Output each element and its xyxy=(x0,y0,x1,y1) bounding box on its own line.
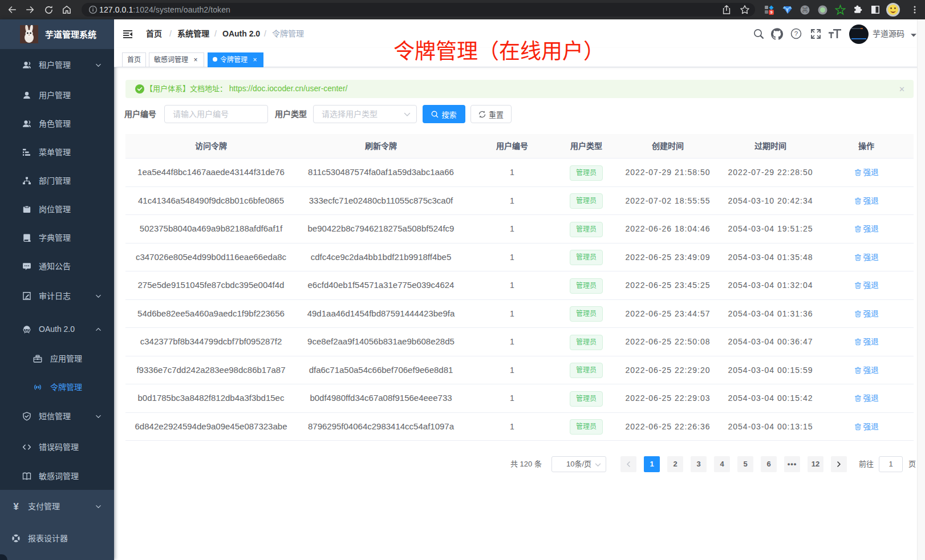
svg-text:¥: ¥ xyxy=(13,502,19,511)
svg-text:?: ? xyxy=(794,30,798,37)
svg-text:9: 9 xyxy=(770,10,772,15)
svg-text:⌘: ⌘ xyxy=(802,7,808,13)
